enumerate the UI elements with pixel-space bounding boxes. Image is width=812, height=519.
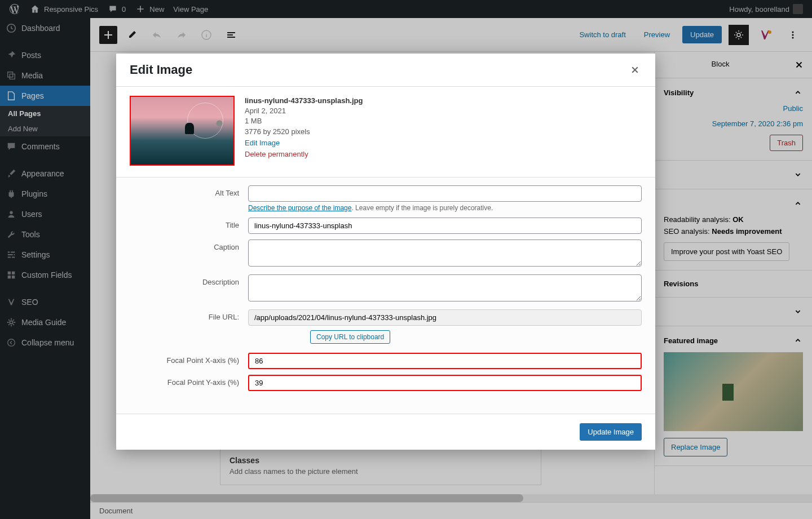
alt-help-text: . Leave empty if the image is purely dec… [351,204,493,212]
focal-point-marker[interactable] [216,120,222,126]
media-dimensions: 3776 by 2520 pixels [245,127,363,137]
file-url-label: File URL: [130,309,248,321]
title-label: Title [130,218,248,229]
focal-point-y-label: Focal Point Y-axis (%) [130,375,248,387]
file-url-input[interactable] [248,309,642,326]
close-button[interactable] [628,63,642,77]
edit-image-modal: Edit Image linus-nylund-437333-unsplash.… [116,54,655,450]
description-label: Description [130,274,248,286]
edit-image-link[interactable]: Edit Image [245,138,280,148]
caption-label: Caption [130,239,248,251]
alt-text-input[interactable] [248,185,642,202]
copy-url-button[interactable]: Copy URL to clipboard [310,330,390,344]
focal-point-y-input[interactable] [248,375,642,391]
alt-help-link[interactable]: Describe the purpose of the image [248,204,351,212]
image-thumbnail[interactable] [130,96,235,166]
description-input[interactable] [248,274,642,301]
close-icon [630,65,639,74]
update-image-button[interactable]: Update Image [580,423,642,441]
caption-input[interactable] [248,239,642,267]
focal-point-x-label: Focal Point X-axis (%) [130,353,248,365]
alt-text-label: Alt Text [130,185,248,197]
focal-point-x-input[interactable] [248,353,642,369]
media-date: April 2, 2021 [245,106,363,116]
modal-title: Edit Image [130,63,192,77]
media-filesize: 1 MB [245,116,363,126]
media-filename: linus-nylund-437333-unsplash.jpg [245,96,363,106]
delete-permanently-link[interactable]: Delete permanently [245,149,363,159]
title-input[interactable] [248,218,642,234]
